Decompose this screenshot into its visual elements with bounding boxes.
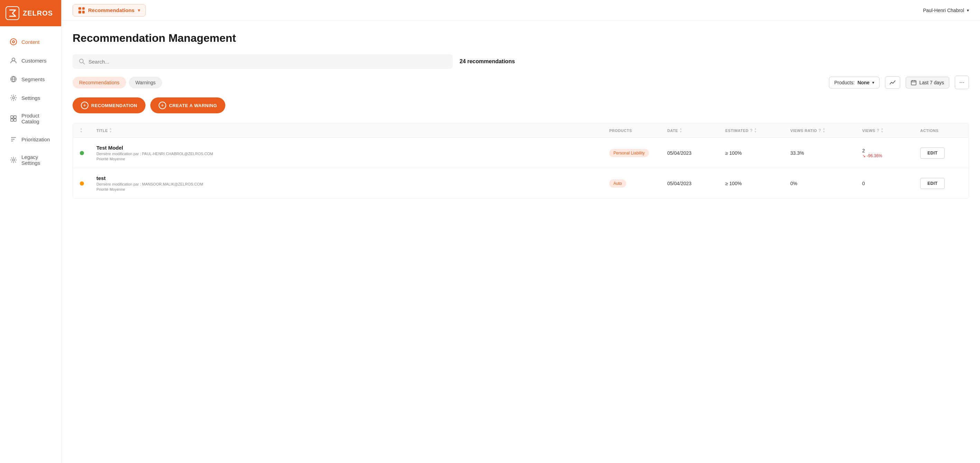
th-views: VIEWS ? ▲▼ (862, 127, 918, 134)
sidebar-nav: Content Customers Segments (0, 26, 61, 178)
status-dot-orange (80, 181, 84, 186)
views-ratio-help-icon: ? (818, 128, 821, 133)
row2-date: 05/04/2023 (667, 181, 722, 186)
row2-edit-button[interactable]: EDIT (920, 178, 945, 189)
sidebar-item-prioritization[interactable]: Prioritization (3, 130, 59, 148)
date-label: Last 7 days (919, 80, 944, 85)
tab-recommendations[interactable]: Recommendations (73, 77, 126, 89)
th-views-ratio: VIEWS RATIO ? ▲▼ (790, 127, 859, 134)
row2-product-cell: Auto (609, 179, 665, 188)
row1-title: Test Model (96, 145, 606, 151)
th-estimated: ESTIMATED ? ▲▼ (725, 127, 788, 134)
th-status: ▲▼ (80, 127, 94, 134)
svg-point-1 (13, 41, 14, 43)
product-catalog-icon (10, 115, 17, 123)
sidebar-label-segments: Segments (21, 76, 45, 82)
views-help-icon: ? (877, 128, 880, 133)
row1-title-cell: Test Model Dernière modification par : P… (96, 145, 606, 161)
row1-edit-button[interactable]: EDIT (920, 148, 945, 159)
products-chevron-icon: ▾ (872, 80, 874, 85)
grid-icon (78, 7, 85, 13)
chart-icon (889, 80, 896, 86)
user-chevron-icon: ▾ (967, 8, 969, 13)
row2-views: 0 (862, 181, 918, 186)
svg-point-0 (10, 39, 17, 45)
svg-rect-7 (14, 116, 16, 118)
segments-icon (10, 75, 17, 83)
estimated-help-icon: ? (750, 128, 752, 133)
topbar-dropdown-label: Recommendations (88, 7, 134, 13)
products-value: None (858, 80, 869, 85)
filter-row: Recommendations Warnings Products: None … (73, 76, 969, 89)
sidebar-item-customers[interactable]: Customers (3, 52, 59, 69)
sidebar-label-content: Content (21, 39, 40, 45)
row1-date: 05/04/2023 (667, 150, 722, 156)
sort-arrows-views: ▲▼ (881, 127, 884, 134)
sidebar-label-product-catalog: Product Catalog (21, 113, 51, 124)
topbar-user[interactable]: Paul-Henri Chabrol ▾ (923, 8, 969, 13)
row2-actions: EDIT (920, 178, 962, 189)
sidebar: ZELROS Content Customers (0, 0, 62, 463)
th-date: DATE ▲▼ (667, 127, 722, 134)
page-title: Recommendation Management (73, 32, 969, 45)
sort-arrows-title: ▲▼ (109, 127, 112, 134)
main-area: Recommendations ▾ Paul-Henri Chabrol ▾ R… (62, 0, 980, 463)
th-products: PRODUCTS (609, 127, 665, 134)
calendar-icon (911, 80, 916, 85)
row2-subtitle: Dernière modification par : MANSOOR.MALI… (96, 182, 606, 186)
sidebar-item-legacy-settings[interactable]: Legacy Settings (3, 149, 59, 171)
sidebar-item-segments[interactable]: Segments (3, 70, 59, 88)
prioritization-icon (10, 135, 17, 143)
recommendations-table: ▲▼ TITLE ▲▼ PRODUCTS DATE ▲▼ ESTIMATED ?… (73, 123, 969, 199)
create-warning-button[interactable]: + CREATE A WARNING (150, 97, 225, 113)
svg-rect-8 (11, 119, 13, 121)
th-title: TITLE ▲▼ (96, 127, 606, 134)
tab-warnings[interactable]: Warnings (129, 77, 162, 89)
content-area: Recommendation Management 24 recommendat… (62, 21, 980, 463)
sort-arrows-status: ▲▼ (80, 127, 83, 134)
row1-views-ratio: 33.3% (790, 150, 859, 156)
row2-status (80, 181, 94, 186)
settings-icon (10, 94, 17, 102)
sidebar-label-customers: Customers (21, 58, 47, 64)
plus-icon-2: + (159, 102, 166, 109)
customers-icon (10, 57, 17, 64)
row2-title: test (96, 175, 606, 181)
ellipsis-icon: ··· (959, 79, 964, 86)
add-recommendation-button[interactable]: + RECOMMENDATION (73, 97, 145, 113)
row1-status (80, 151, 94, 155)
row1-subtitle: Dernière modification par : PAUL-HENRI.C… (96, 152, 606, 156)
products-filter[interactable]: Products: None ▾ (829, 77, 880, 89)
products-label: Products: (834, 80, 854, 85)
row2-views-ratio: 0% (790, 181, 859, 186)
search-icon (79, 58, 85, 65)
filter-tabs: Recommendations Warnings (73, 77, 162, 89)
row2-estimated: ≥ 100% (725, 181, 788, 186)
topbar: Recommendations ▾ Paul-Henri Chabrol ▾ (62, 0, 980, 21)
date-filter[interactable]: Last 7 days (906, 77, 949, 89)
status-dot-green (80, 151, 84, 155)
search-box (73, 54, 453, 69)
topbar-left: Recommendations ▾ (73, 4, 146, 17)
sidebar-item-settings[interactable]: Settings (3, 89, 59, 107)
sidebar-item-product-catalog[interactable]: Product Catalog (3, 108, 59, 129)
row1-product-tag: Personal Liability (609, 149, 649, 157)
user-name: Paul-Henri Chabrol (923, 8, 964, 13)
topbar-dropdown[interactable]: Recommendations ▾ (73, 4, 146, 17)
row2-product-tag: Auto (609, 179, 626, 188)
row1-priority: Priorité Moyenne (96, 157, 606, 161)
table-row: Test Model Dernière modification par : P… (73, 138, 969, 168)
add-recommendation-label: RECOMMENDATION (91, 103, 137, 108)
logo-icon (6, 6, 19, 20)
more-options-button[interactable]: ··· (955, 76, 969, 89)
logo[interactable]: ZELROS (0, 0, 61, 26)
search-input[interactable] (89, 59, 447, 65)
sidebar-item-content[interactable]: Content (3, 33, 59, 51)
sort-arrows-date: ▲▼ (679, 127, 682, 134)
search-row: 24 recommendations (73, 54, 969, 69)
chart-button[interactable] (885, 76, 900, 89)
chevron-down-icon: ▾ (138, 8, 140, 13)
sort-arrows-views-ratio: ▲▼ (822, 127, 825, 134)
svg-point-13 (13, 159, 14, 161)
logo-text: ZELROS (23, 10, 53, 17)
